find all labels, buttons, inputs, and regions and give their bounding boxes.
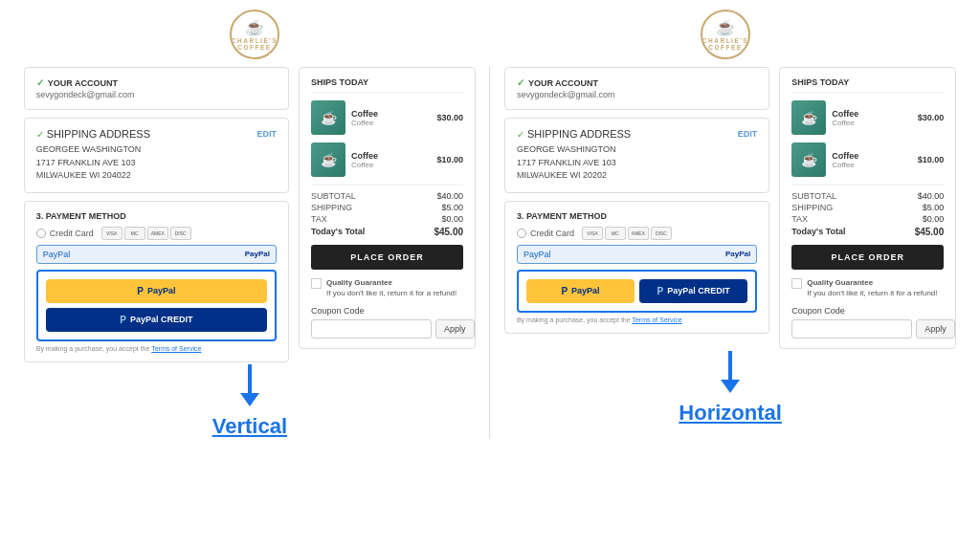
item-info-2-h: Coffee Coffee (832, 151, 911, 169)
shipping-line1-h: George Washington (517, 143, 757, 157)
card-icons-v: VISA MC AMEX DISC (101, 227, 191, 240)
paypal-blue-btn-v[interactable]: P PayPal CREDIT (46, 308, 267, 332)
guarantee-title-h: Quality Guarantee (807, 277, 937, 288)
apply-btn-h[interactable]: Apply (916, 319, 955, 339)
payment-card-h: 3. PAYMENT METHOD Credit Card VISA MC AM… (504, 201, 769, 334)
paypal-text-blue-v: PayPal CREDIT (130, 315, 193, 324)
account-check-h: ✓ (517, 77, 524, 88)
apply-btn-v[interactable]: Apply (435, 319, 475, 339)
ships-card-v: SHIPS TODAY ☕ Coffee Coffee $30.00 ☕ (299, 67, 476, 349)
paypal-yellow-btn-h[interactable]: P PayPal (526, 279, 635, 303)
paypal-yellow-btn-v[interactable]: P PayPal (46, 279, 267, 303)
logo-left: ☕ CHARLIE'S COFFEE (29, 10, 480, 59)
paypal-tab-label-h: PayPal (523, 250, 551, 259)
page: ☕ CHARLIE'S COFFEE ☕ CHARLIE'S COFFEE (0, 0, 980, 448)
shipping-title-v: SHIPPING ADDRESS (47, 128, 150, 140)
item-name-2-h: Coffee (832, 151, 911, 161)
tax-value-h: $0.00 (923, 214, 945, 224)
paypal-tab-h[interactable]: PayPal PayPal (517, 245, 757, 264)
guarantee-check-v (311, 278, 322, 289)
arrow-shaft-h (728, 351, 732, 380)
account-label-v: ✓ YOUR ACCOUNT (36, 77, 277, 88)
tax-label-h: TAX (791, 214, 808, 224)
coffee-img-1-v: ☕ (311, 100, 345, 135)
coupon-h: Coupon Code Apply (791, 306, 944, 339)
paypal-p-yellow-h: P (561, 286, 568, 296)
credit-radio-row-h: Credit Card VISA MC AMEX DISC (517, 227, 757, 240)
account-card-h: ✓ YOUR ACCOUNT sevygondeck@gmail.com (504, 67, 769, 110)
vertical-right-panel: SHIPS TODAY ☕ Coffee Coffee $30.00 ☕ (299, 67, 476, 362)
amex-icon-v: AMEX (147, 227, 168, 240)
item-sub-2-h: Coffee (832, 161, 911, 169)
credit-radio-v[interactable] (36, 229, 46, 238)
account-title-v: YOUR ACCOUNT (48, 78, 118, 88)
shipping-info-h: George Washington 1717 FRANKLIN AVE 103 … (517, 143, 757, 183)
shipping-row-h: SHIPPING $5.00 (791, 203, 944, 212)
shipping-check-v: ✓ (36, 129, 44, 140)
paypal-buttons-vertical: P PayPal P PayPal CREDIT (36, 270, 277, 341)
credit-radio-h[interactable] (517, 229, 526, 238)
paypal-text-yellow-h: PayPal (571, 286, 600, 295)
paypal-tab-v[interactable]: PayPal PayPal (36, 245, 277, 264)
shipping-line2-h: 1717 FRANKLIN AVE 103 (517, 157, 757, 170)
tax-row-v: TAX $0.00 (311, 214, 463, 224)
tax-value-v: $0.00 (442, 214, 464, 224)
item-info-1-h: Coffee Coffee (832, 109, 911, 127)
place-order-btn-h[interactable]: PLACE ORDER (791, 245, 944, 270)
paypal-buttons-horizontal: P PayPal P PayPal CREDIT (517, 270, 757, 313)
coffee-img-2-v: ☕ (311, 142, 345, 177)
coffee-img-2-h: ☕ (791, 142, 826, 177)
tax-row-h: TAX $0.00 (791, 214, 944, 224)
brand-sub-right: COFFEE (708, 44, 742, 51)
horizontal-left-panel: ✓ YOUR ACCOUNT sevygondeck@gmail.com ✓ S… (504, 67, 769, 349)
ships-title-h: SHIPS TODAY (791, 77, 944, 93)
guarantee-row-h: Quality Guarantee If you don't like it, … (791, 277, 944, 298)
coupon-input-v[interactable] (311, 319, 432, 339)
shipping-card-v: ✓ SHIPPING ADDRESS EDIT Georgee Washingt… (24, 118, 289, 193)
subtotal-label-v: SUBTOTAL (311, 191, 356, 201)
item-name-2-v: Coffee (351, 151, 431, 161)
paypal-text-blue-h: PayPal CREDIT (667, 286, 730, 295)
paypal-p-blue-h: P (657, 286, 664, 296)
credit-label-h: Credit Card (530, 229, 574, 238)
shipping-edit-v[interactable]: EDIT (257, 129, 278, 139)
shipping-line2-v: 1717 FRANKLIN AVE 103 (36, 157, 277, 170)
account-email-v: sevygondeck@gmail.com (36, 90, 277, 99)
payment-step-v: 3. PAYMENT METHOD (36, 211, 277, 221)
vertical-left-panel: ✓ YOUR ACCOUNT sevygondeck@gmail.com ✓ S… (24, 67, 289, 362)
shipping-line3-v: MILWAUKEE WI 204022 (36, 169, 277, 183)
card-icons-h: VISA MC AMEX DISC (582, 227, 672, 240)
paypal-blue-btn-h[interactable]: P PayPal CREDIT (639, 279, 747, 303)
item-info-1-v: Coffee Coffee (351, 109, 431, 127)
tos-link-v[interactable]: Terms of Service (151, 345, 201, 352)
paypal-p-blue-v: P (120, 315, 126, 325)
totals-h: SUBTOTAL $40.00 SHIPPING $5.00 TAX $0.00 (791, 185, 944, 237)
item-sub-1-h: Coffee (832, 119, 911, 127)
shipping-line1-v: Georgee Washington (36, 143, 277, 157)
guarantee-title-v: Quality Guarantee (326, 277, 457, 288)
guarantee-text-v: Quality Guarantee If you don't like it, … (326, 277, 457, 298)
paypal-p-yellow-v: P (137, 286, 144, 296)
brand-name-right: CHARLIE'S (702, 37, 748, 44)
paypal-tab-logo-h: PayPal (725, 250, 750, 258)
coupon-label-h: Coupon Code (791, 306, 944, 316)
payment-step-h: 3. PAYMENT METHOD (517, 211, 757, 221)
coupon-input-h[interactable] (791, 319, 912, 339)
shipping-card-h: ✓ SHIPPING ADDRESS EDIT George Washingto… (504, 118, 769, 193)
place-order-btn-v[interactable]: PLACE ORDER (311, 245, 463, 270)
shipping-edit-h[interactable]: EDIT (738, 129, 758, 139)
demo-vertical: ✓ YOUR ACCOUNT sevygondeck@gmail.com ✓ S… (24, 67, 476, 439)
account-card-v: ✓ YOUR ACCOUNT sevygondeck@gmail.com (24, 67, 289, 110)
tos-link-h[interactable]: Terms of Service (632, 317, 681, 323)
account-title-h: YOUR ACCOUNT (528, 78, 598, 88)
paypal-text-yellow-v: PayPal (147, 286, 176, 295)
logo-circle-left: ☕ CHARLIE'S COFFEE (230, 10, 279, 59)
item-price-2-h: $10.00 (918, 155, 945, 164)
demos-row: ✓ YOUR ACCOUNT sevygondeck@gmail.com ✓ S… (19, 67, 961, 439)
shipping-value-v: $5.00 (442, 203, 464, 212)
total-bold-row-h: Today's Total $45.00 (791, 227, 944, 237)
visa-icon-h: VISA (582, 227, 603, 240)
shipping-value-h: $5.00 (923, 203, 945, 212)
total-bold-row-v: Today's Total $45.00 (311, 227, 463, 237)
shipping-header-v: ✓ SHIPPING ADDRESS EDIT (36, 128, 277, 140)
